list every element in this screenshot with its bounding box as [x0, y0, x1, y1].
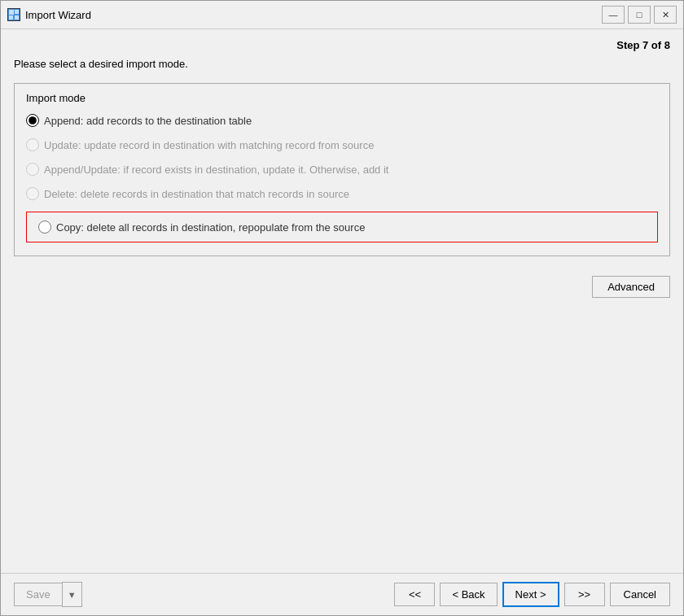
update-label: Update: update record in destination wit…: [44, 139, 374, 151]
instruction-text: Please select a desired import mode.: [14, 58, 670, 70]
update-option[interactable]: Update: update record in destination wit…: [26, 138, 658, 151]
step-indicator: Step 7 of 8: [14, 39, 670, 51]
import-mode-group: Import mode Append: add records to the d…: [14, 83, 670, 256]
copy-radio[interactable]: [38, 221, 51, 234]
restore-button[interactable]: □: [628, 6, 651, 24]
copy-option[interactable]: Copy: delete all records in destination,…: [38, 221, 365, 234]
dropdown-arrow-icon: ▼: [68, 590, 77, 600]
title-bar-controls: — □ ✕: [602, 6, 677, 24]
next-button[interactable]: Next >: [502, 582, 559, 607]
advanced-row: Advanced: [14, 276, 670, 298]
save-button[interactable]: Save: [14, 583, 62, 606]
svg-rect-4: [15, 15, 19, 20]
footer-bar: Save ▼ << < Back Next > >> Cancel: [1, 573, 683, 615]
save-group: Save ▼: [14, 582, 82, 607]
update-radio[interactable]: [26, 138, 39, 151]
svg-rect-2: [15, 10, 19, 14]
append-update-option[interactable]: Append/Update: if record exists in desti…: [26, 163, 658, 176]
delete-option[interactable]: Delete: delete records in destination th…: [26, 187, 658, 200]
append-update-radio[interactable]: [26, 163, 39, 176]
copy-option-box: Copy: delete all records in destination,…: [26, 212, 658, 242]
advanced-button[interactable]: Advanced: [592, 276, 670, 298]
minimize-button[interactable]: —: [602, 6, 625, 24]
append-update-label: Append/Update: if record exists in desti…: [44, 164, 388, 176]
title-bar: Import Wizard — □ ✕: [1, 1, 683, 29]
window-title: Import Wizard: [25, 9, 91, 21]
content-area: Step 7 of 8 Please select a desired impo…: [1, 29, 683, 573]
svg-rect-1: [9, 10, 14, 15]
app-icon: [7, 8, 20, 21]
title-bar-left: Import Wizard: [7, 8, 91, 21]
forward-button[interactable]: >>: [564, 583, 605, 606]
svg-rect-3: [9, 15, 13, 20]
copy-label: Copy: delete all records in destination,…: [56, 221, 365, 234]
append-radio[interactable]: [26, 114, 39, 127]
group-box-title: Import mode: [26, 92, 658, 104]
back-button[interactable]: < Back: [440, 583, 497, 606]
back-back-button[interactable]: <<: [394, 583, 435, 606]
cancel-button[interactable]: Cancel: [610, 583, 670, 606]
import-wizard-window: Import Wizard — □ ✕ Step 7 of 8 Please s…: [0, 0, 684, 616]
close-button[interactable]: ✕: [654, 6, 677, 24]
delete-label: Delete: delete records in destination th…: [44, 188, 349, 200]
delete-radio[interactable]: [26, 187, 39, 200]
save-dropdown[interactable]: ▼: [62, 582, 82, 607]
append-label: Append: add records to the destination t…: [44, 115, 252, 127]
append-option[interactable]: Append: add records to the destination t…: [26, 114, 658, 127]
